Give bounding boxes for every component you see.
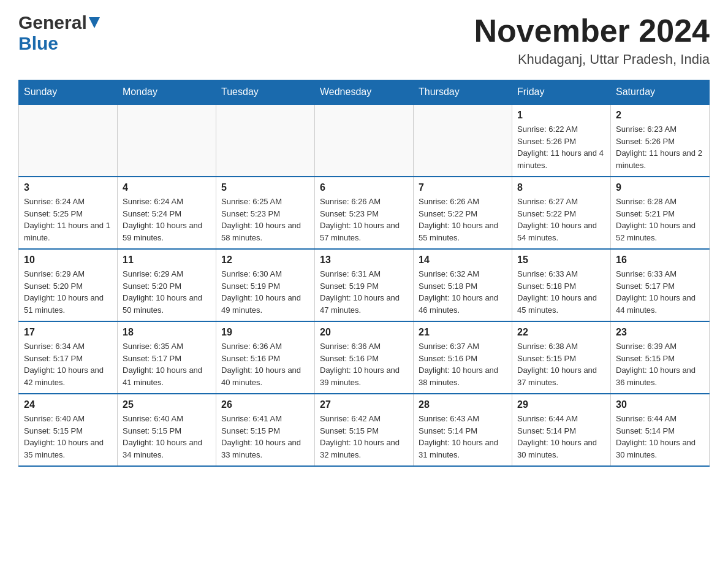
day-number: 16 [616, 255, 704, 266]
calendar-cell: 24Sunrise: 6:40 AMSunset: 5:15 PMDayligh… [19, 394, 118, 466]
calendar-cell: 25Sunrise: 6:40 AMSunset: 5:15 PMDayligh… [118, 394, 216, 466]
day-info: Sunrise: 6:23 AMSunset: 5:26 PMDaylight:… [616, 123, 704, 171]
day-number: 19 [221, 327, 309, 338]
day-number: 7 [419, 182, 507, 193]
calendar-cell: 10Sunrise: 6:29 AMSunset: 5:20 PMDayligh… [19, 249, 118, 321]
calendar-cell [315, 104, 414, 177]
day-number: 6 [320, 182, 408, 193]
day-number: 20 [320, 327, 408, 338]
weekday-header-friday: Friday [512, 80, 611, 105]
day-number: 25 [123, 399, 211, 410]
calendar-cell: 22Sunrise: 6:38 AMSunset: 5:15 PMDayligh… [512, 321, 611, 394]
logo: General Blue [18, 12, 100, 54]
calendar-week-row: 3Sunrise: 6:24 AMSunset: 5:25 PMDaylight… [19, 177, 710, 249]
day-info: Sunrise: 6:40 AMSunset: 5:15 PMDaylight:… [123, 413, 211, 461]
day-info: Sunrise: 6:33 AMSunset: 5:17 PMDaylight:… [616, 268, 704, 316]
calendar-cell: 5Sunrise: 6:25 AMSunset: 5:23 PMDaylight… [216, 177, 315, 249]
day-info: Sunrise: 6:34 AMSunset: 5:17 PMDaylight:… [24, 340, 112, 388]
day-info: Sunrise: 6:36 AMSunset: 5:16 PMDaylight:… [221, 340, 309, 388]
weekday-header-monday: Monday [118, 80, 216, 105]
day-number: 8 [517, 182, 605, 193]
day-info: Sunrise: 6:41 AMSunset: 5:15 PMDaylight:… [221, 413, 309, 461]
day-number: 2 [616, 110, 704, 121]
calendar-cell: 28Sunrise: 6:43 AMSunset: 5:14 PMDayligh… [414, 394, 512, 466]
calendar-cell: 21Sunrise: 6:37 AMSunset: 5:16 PMDayligh… [414, 321, 512, 394]
calendar-cell [19, 104, 118, 177]
calendar-cell: 4Sunrise: 6:24 AMSunset: 5:24 PMDaylight… [118, 177, 216, 249]
day-number: 24 [24, 399, 112, 410]
day-info: Sunrise: 6:29 AMSunset: 5:20 PMDaylight:… [24, 268, 112, 316]
day-info: Sunrise: 6:43 AMSunset: 5:14 PMDaylight:… [419, 413, 507, 461]
day-number: 11 [123, 255, 211, 266]
day-info: Sunrise: 6:22 AMSunset: 5:26 PMDaylight:… [517, 123, 605, 171]
day-info: Sunrise: 6:38 AMSunset: 5:15 PMDaylight:… [517, 340, 605, 388]
weekday-header-thursday: Thursday [414, 80, 512, 105]
calendar-cell: 1Sunrise: 6:22 AMSunset: 5:26 PMDaylight… [512, 104, 611, 177]
day-info: Sunrise: 6:40 AMSunset: 5:15 PMDaylight:… [24, 413, 112, 461]
calendar-cell [118, 104, 216, 177]
calendar-week-row: 1Sunrise: 6:22 AMSunset: 5:26 PMDaylight… [19, 104, 710, 177]
day-number: 29 [517, 399, 605, 410]
calendar-cell: 2Sunrise: 6:23 AMSunset: 5:26 PMDaylight… [611, 104, 710, 177]
location-title: Khudaganj, Uttar Pradesh, India [474, 52, 710, 67]
weekday-header-sunday: Sunday [19, 80, 118, 105]
calendar-cell: 15Sunrise: 6:33 AMSunset: 5:18 PMDayligh… [512, 249, 611, 321]
day-info: Sunrise: 6:31 AMSunset: 5:19 PMDaylight:… [320, 268, 408, 316]
day-info: Sunrise: 6:33 AMSunset: 5:18 PMDaylight:… [517, 268, 605, 316]
day-number: 14 [419, 255, 507, 266]
calendar-cell: 26Sunrise: 6:41 AMSunset: 5:15 PMDayligh… [216, 394, 315, 466]
calendar-cell: 12Sunrise: 6:30 AMSunset: 5:19 PMDayligh… [216, 249, 315, 321]
logo-triangle-icon [89, 17, 100, 31]
day-number: 23 [616, 327, 704, 338]
calendar-week-row: 17Sunrise: 6:34 AMSunset: 5:17 PMDayligh… [19, 321, 710, 394]
svg-marker-0 [89, 17, 100, 28]
calendar-cell: 29Sunrise: 6:44 AMSunset: 5:14 PMDayligh… [512, 394, 611, 466]
day-info: Sunrise: 6:44 AMSunset: 5:14 PMDaylight:… [616, 413, 704, 461]
day-info: Sunrise: 6:26 AMSunset: 5:22 PMDaylight:… [419, 196, 507, 243]
day-number: 28 [419, 399, 507, 410]
calendar-cell: 11Sunrise: 6:29 AMSunset: 5:20 PMDayligh… [118, 249, 216, 321]
weekday-header-row: SundayMondayTuesdayWednesdayThursdayFrid… [19, 80, 710, 105]
logo-general-text: General [18, 12, 87, 33]
day-info: Sunrise: 6:39 AMSunset: 5:15 PMDaylight:… [616, 340, 704, 388]
calendar-cell: 19Sunrise: 6:36 AMSunset: 5:16 PMDayligh… [216, 321, 315, 394]
day-number: 18 [123, 327, 211, 338]
calendar-cell: 6Sunrise: 6:26 AMSunset: 5:23 PMDaylight… [315, 177, 414, 249]
day-info: Sunrise: 6:32 AMSunset: 5:18 PMDaylight:… [419, 268, 507, 316]
day-number: 30 [616, 399, 704, 410]
weekday-header-saturday: Saturday [611, 80, 710, 105]
day-info: Sunrise: 6:44 AMSunset: 5:14 PMDaylight:… [517, 413, 605, 461]
day-info: Sunrise: 6:37 AMSunset: 5:16 PMDaylight:… [419, 340, 507, 388]
calendar-cell: 27Sunrise: 6:42 AMSunset: 5:15 PMDayligh… [315, 394, 414, 466]
day-info: Sunrise: 6:24 AMSunset: 5:24 PMDaylight:… [123, 196, 211, 243]
day-number: 15 [517, 255, 605, 266]
day-number: 3 [24, 182, 112, 193]
calendar-table: SundayMondayTuesdayWednesdayThursdayFrid… [18, 80, 710, 467]
day-info: Sunrise: 6:42 AMSunset: 5:15 PMDaylight:… [320, 413, 408, 461]
calendar-cell: 20Sunrise: 6:36 AMSunset: 5:16 PMDayligh… [315, 321, 414, 394]
day-number: 12 [221, 255, 309, 266]
calendar-cell [216, 104, 315, 177]
day-number: 9 [616, 182, 704, 193]
calendar-week-row: 10Sunrise: 6:29 AMSunset: 5:20 PMDayligh… [19, 249, 710, 321]
day-number: 13 [320, 255, 408, 266]
day-number: 1 [517, 110, 605, 121]
day-number: 17 [24, 327, 112, 338]
weekday-header-wednesday: Wednesday [315, 80, 414, 105]
calendar-cell: 9Sunrise: 6:28 AMSunset: 5:21 PMDaylight… [611, 177, 710, 249]
calendar-cell: 14Sunrise: 6:32 AMSunset: 5:18 PMDayligh… [414, 249, 512, 321]
title-section: November 2024 Khudaganj, Uttar Pradesh, … [474, 12, 710, 67]
calendar-cell: 13Sunrise: 6:31 AMSunset: 5:19 PMDayligh… [315, 249, 414, 321]
month-title: November 2024 [474, 12, 710, 49]
calendar-cell: 7Sunrise: 6:26 AMSunset: 5:22 PMDaylight… [414, 177, 512, 249]
calendar-cell: 16Sunrise: 6:33 AMSunset: 5:17 PMDayligh… [611, 249, 710, 321]
day-info: Sunrise: 6:30 AMSunset: 5:19 PMDaylight:… [221, 268, 309, 316]
day-number: 4 [123, 182, 211, 193]
day-number: 26 [221, 399, 309, 410]
day-info: Sunrise: 6:26 AMSunset: 5:23 PMDaylight:… [320, 196, 408, 243]
day-info: Sunrise: 6:25 AMSunset: 5:23 PMDaylight:… [221, 196, 309, 243]
calendar-cell: 17Sunrise: 6:34 AMSunset: 5:17 PMDayligh… [19, 321, 118, 394]
day-info: Sunrise: 6:24 AMSunset: 5:25 PMDaylight:… [24, 196, 112, 243]
calendar-cell: 30Sunrise: 6:44 AMSunset: 5:14 PMDayligh… [611, 394, 710, 466]
day-number: 27 [320, 399, 408, 410]
